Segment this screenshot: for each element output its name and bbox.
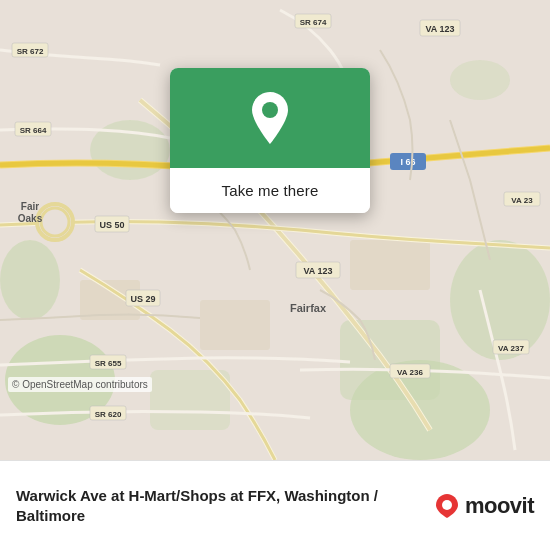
moovit-pin-icon	[433, 492, 461, 520]
moovit-logo: moovit	[433, 492, 534, 520]
location-pin-icon	[248, 90, 292, 146]
svg-text:VA 123: VA 123	[425, 24, 454, 34]
svg-point-39	[41, 208, 69, 236]
svg-text:SR 620: SR 620	[95, 410, 122, 419]
svg-point-6	[450, 60, 510, 100]
location-info: Warwick Ave at H-Mart/Shops at FFX, Wash…	[16, 486, 433, 525]
svg-point-44	[442, 500, 452, 510]
svg-text:US 50: US 50	[99, 220, 124, 230]
svg-text:SR 664: SR 664	[20, 126, 47, 135]
take-me-there-button[interactable]: Take me there	[170, 168, 370, 213]
location-popup: Take me there	[170, 68, 370, 213]
svg-text:Fair: Fair	[21, 201, 39, 212]
svg-text:SR 655: SR 655	[95, 359, 122, 368]
popup-header	[170, 68, 370, 168]
svg-point-43	[262, 102, 278, 118]
map-container: I 66 VA 123 US 50 US 29 SR 655 SR 620 VA…	[0, 0, 550, 460]
moovit-brand-text: moovit	[465, 493, 534, 519]
svg-rect-10	[350, 240, 430, 290]
svg-text:VA 23: VA 23	[511, 196, 533, 205]
svg-text:VA 237: VA 237	[498, 344, 524, 353]
bottom-bar: Warwick Ave at H-Mart/Shops at FFX, Wash…	[0, 460, 550, 550]
location-title: Warwick Ave at H-Mart/Shops at FFX, Wash…	[16, 486, 433, 525]
svg-text:VA 236: VA 236	[397, 368, 423, 377]
svg-text:US 29: US 29	[130, 294, 155, 304]
svg-rect-8	[150, 370, 230, 430]
svg-text:Fairfax: Fairfax	[290, 302, 327, 314]
svg-text:VA 123: VA 123	[303, 266, 332, 276]
svg-rect-4	[340, 320, 440, 400]
copyright-text: © OpenStreetMap contributors	[8, 377, 152, 392]
svg-text:SR 674: SR 674	[300, 18, 327, 27]
svg-rect-11	[200, 300, 270, 350]
svg-point-7	[0, 240, 60, 320]
svg-text:Oaks: Oaks	[18, 213, 43, 224]
svg-text:SR 672: SR 672	[17, 47, 44, 56]
